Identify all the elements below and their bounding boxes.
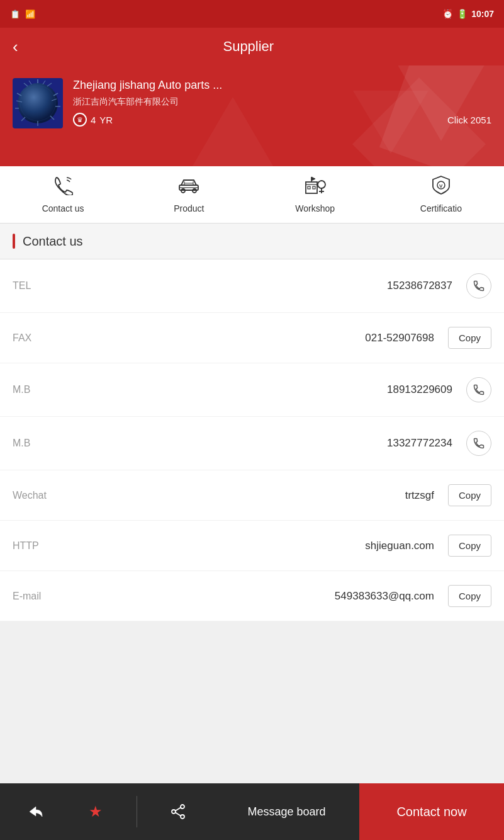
section-title: Contact us xyxy=(0,224,504,259)
status-right-icons: ⏰ 🔋 10:07 xyxy=(442,9,494,19)
svg-line-2 xyxy=(47,83,52,86)
crown-icon: ♛ xyxy=(73,113,87,127)
avatar xyxy=(13,78,63,128)
supplier-name: Zhejiang jishang Auto parts ... xyxy=(73,78,491,93)
sim-icon: 📋 xyxy=(10,9,20,19)
contact-row-wechat: Wechat trtzsgf Copy xyxy=(0,470,504,521)
fax-copy-action[interactable]: Copy xyxy=(448,327,491,349)
message-board-button[interactable]: Message board xyxy=(214,783,359,840)
supplier-info: Zhejiang jishang Auto parts ... 浙江吉尚汽车部件… xyxy=(13,78,491,128)
svg-marker-31 xyxy=(311,177,315,181)
page-title: Supplier xyxy=(31,38,466,55)
mb1-call-action[interactable] xyxy=(466,377,491,402)
bottom-divider xyxy=(137,796,137,827)
svg-point-36 xyxy=(181,815,184,819)
mb2-label: M.B xyxy=(13,438,69,449)
tab-contact-us[interactable]: Contact us xyxy=(0,166,126,223)
battery-icon: 🔋 xyxy=(457,9,468,19)
tab-contact-us-label: Contact us xyxy=(42,203,84,213)
svg-point-17 xyxy=(181,189,185,193)
http-copy-button[interactable]: Copy xyxy=(448,535,491,557)
svg-line-12 xyxy=(29,81,31,84)
yr-label: YR xyxy=(99,115,113,125)
svg-point-35 xyxy=(172,810,176,814)
favorite-button[interactable]: ★ xyxy=(77,793,115,831)
supplier-details: Zhejiang jishang Auto parts ... 浙江吉尚汽车部件… xyxy=(73,78,491,127)
header: ‹ Supplier xyxy=(0,28,504,65)
shield-icon: V xyxy=(432,175,451,200)
contact-now-label: Contact now xyxy=(396,805,466,819)
contact-row-fax: FAX 021-52907698 Copy xyxy=(0,313,504,363)
wechat-label: Wechat xyxy=(13,490,69,501)
reply-button[interactable] xyxy=(17,793,55,831)
tab-product[interactable]: Product xyxy=(126,166,252,223)
bottom-left-actions: ★ xyxy=(0,783,214,840)
tel-label: TEL xyxy=(13,280,69,292)
section-bar xyxy=(13,234,15,249)
tab-product-label: Product xyxy=(174,203,204,213)
back-button[interactable]: ‹ xyxy=(13,37,18,57)
email-label: E-mail xyxy=(13,591,69,602)
email-value: 549383633@qq.com xyxy=(76,590,442,603)
svg-point-18 xyxy=(193,189,196,193)
svg-point-27 xyxy=(318,181,325,188)
fax-value: 021-52907698 xyxy=(76,332,442,344)
message-board-label: Message board xyxy=(247,805,325,819)
bottom-bar: ★ Message board Contact now xyxy=(0,783,504,840)
content-area: Contact us TEL 15238672837 FAX 021-52907… xyxy=(0,224,504,678)
svg-line-11 xyxy=(43,81,45,84)
tab-certification[interactable]: V Certificatio xyxy=(378,166,504,223)
alarm-icon: ⏰ xyxy=(442,9,453,19)
contact-row-tel: TEL 15238672837 xyxy=(0,259,504,313)
mb2-call-button[interactable] xyxy=(466,431,491,456)
tab-workshop[interactable]: Workshop xyxy=(252,166,378,223)
car-icon xyxy=(177,175,200,200)
fax-label: FAX xyxy=(13,332,69,344)
email-copy-button[interactable]: Copy xyxy=(448,585,491,607)
tab-workshop-label: Workshop xyxy=(295,203,335,213)
year-count: 4 xyxy=(91,115,96,125)
mb1-label: M.B xyxy=(13,384,69,395)
wechat-value: trtzsgf xyxy=(76,489,442,502)
mb2-value: 13327772234 xyxy=(76,437,460,450)
clock: 10:07 xyxy=(471,9,494,19)
http-label: HTTP xyxy=(13,540,69,552)
http-copy-action[interactable]: Copy xyxy=(448,535,491,557)
status-left-icons: 📋 📶 xyxy=(10,9,35,19)
section-title-text: Contact us xyxy=(23,234,83,249)
svg-point-34 xyxy=(181,805,184,809)
tel-call-action[interactable] xyxy=(466,273,491,298)
supplier-banner: Zhejiang jishang Auto parts ... 浙江吉尚汽车部件… xyxy=(0,65,504,166)
supplier-meta: ♛ 4 YR Click 2051 xyxy=(73,113,491,127)
contact-row-email: E-mail 549383633@qq.com Copy xyxy=(0,571,504,621)
svg-line-37 xyxy=(176,808,181,811)
mb1-call-button[interactable] xyxy=(466,377,491,402)
svg-text:V: V xyxy=(439,183,443,189)
status-bar: 📋 📶 ⏰ 🔋 10:07 xyxy=(0,0,504,28)
contact-row-mb1: M.B 18913229609 xyxy=(0,363,504,417)
nav-tabs: Contact us Product xyxy=(0,166,504,224)
tab-certification-label: Certificatio xyxy=(420,203,462,213)
contact-list: TEL 15238672837 FAX 021-52907698 Copy M.… xyxy=(0,259,504,621)
svg-rect-26 xyxy=(313,186,315,189)
contact-row-http: HTTP shjieguan.com Copy xyxy=(0,521,504,571)
mb2-call-action[interactable] xyxy=(466,431,491,456)
wechat-copy-button[interactable]: Copy xyxy=(448,484,491,506)
contact-row-mb2: M.B 13327772234 xyxy=(0,417,504,470)
wechat-copy-action[interactable]: Copy xyxy=(448,484,491,506)
share-button[interactable] xyxy=(159,793,197,831)
svg-line-38 xyxy=(176,813,181,816)
svg-line-10 xyxy=(24,83,28,86)
http-value: shjieguan.com xyxy=(76,540,442,552)
contact-now-button[interactable]: Contact now xyxy=(359,783,504,840)
fax-copy-button[interactable]: Copy xyxy=(448,327,491,349)
phone-icon xyxy=(53,175,73,200)
svg-line-7 xyxy=(21,117,25,121)
tel-call-button[interactable] xyxy=(466,273,491,298)
email-copy-action[interactable]: Copy xyxy=(448,585,491,607)
wifi-icon: 📶 xyxy=(25,9,35,19)
supplier-years: ♛ 4 YR xyxy=(73,113,113,127)
mb1-value: 18913229609 xyxy=(76,383,460,396)
svg-rect-25 xyxy=(308,186,310,189)
tel-value: 15238672837 xyxy=(76,280,460,292)
